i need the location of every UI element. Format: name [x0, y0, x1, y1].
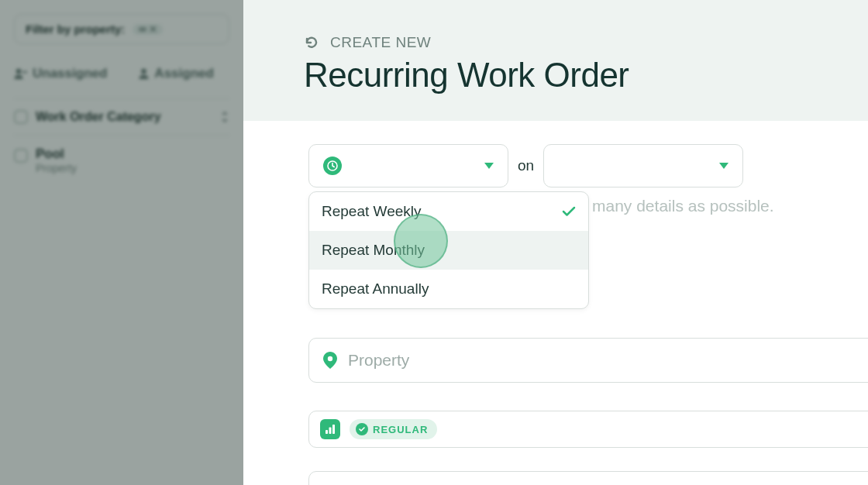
- priority-pill[interactable]: REGULAR: [350, 419, 437, 439]
- sidebar: Filter by property: Unassigned Assigned …: [0, 0, 243, 485]
- chevron-down-icon: [484, 163, 494, 169]
- tab-unassigned-label: Unassigned: [33, 66, 107, 81]
- property-field[interactable]: Property: [308, 338, 868, 383]
- tab-unassigned[interactable]: Unassigned: [14, 66, 107, 81]
- category-checkbox[interactable]: [14, 110, 28, 124]
- svg-point-6: [328, 356, 332, 361]
- dropdown-option-monthly[interactable]: Repeat Monthly: [309, 231, 588, 270]
- svg-point-2: [16, 69, 21, 74]
- list-item[interactable]: Pool Property: [14, 136, 229, 185]
- tab-assigned[interactable]: Assigned: [138, 66, 214, 81]
- panel-header: CREATE NEW Recurring Work Order: [243, 0, 868, 121]
- dropdown-option-annually[interactable]: Repeat Annually: [309, 270, 588, 308]
- svg-rect-8: [329, 428, 332, 435]
- check-icon: [562, 206, 576, 217]
- location-pin-icon: [323, 352, 337, 369]
- details-hint: many details as possible.: [592, 197, 774, 215]
- filter-by-property[interactable]: Filter by property:: [14, 14, 229, 44]
- tab-assigned-label: Assigned: [154, 66, 214, 81]
- user-minus-icon: [14, 67, 28, 80]
- frequency-select[interactable]: Repeat Weekly Repeat Monthly Repeat Annu…: [308, 144, 508, 187]
- on-label: on: [518, 157, 534, 174]
- category-header-row[interactable]: Work Order Category: [14, 98, 229, 136]
- main-panel: CREATE NEW Recurring Work Order Repeat W…: [243, 0, 868, 485]
- property-placeholder: Property: [348, 351, 409, 370]
- category-header-label: Work Order Category: [36, 110, 161, 124]
- next-field[interactable]: [308, 471, 868, 485]
- recurrence-row: Repeat Weekly Repeat Monthly Repeat Annu…: [308, 144, 868, 187]
- chevron-down-icon: [719, 163, 728, 169]
- svg-rect-7: [326, 430, 328, 434]
- create-new-label: CREATE NEW: [330, 34, 431, 51]
- filter-label: Filter by property:: [26, 22, 125, 36]
- dropdown-option-weekly[interactable]: Repeat Weekly: [309, 192, 588, 231]
- priority-icon: [320, 419, 340, 439]
- svg-rect-3: [22, 71, 27, 73]
- day-select[interactable]: [543, 144, 743, 187]
- priority-label: REGULAR: [373, 424, 428, 435]
- undo-icon: [304, 35, 319, 50]
- dropdown-option-label: Repeat Annually: [322, 280, 429, 298]
- filter-pill-clear[interactable]: [133, 24, 163, 35]
- item-title: Pool: [36, 146, 77, 162]
- link-icon: [139, 26, 146, 33]
- form-content: Repeat Weekly Repeat Monthly Repeat Annu…: [243, 121, 868, 485]
- svg-rect-9: [332, 425, 335, 434]
- page-title: Recurring Work Order: [304, 56, 868, 95]
- priority-field[interactable]: REGULAR: [308, 411, 868, 448]
- dropdown-option-label: Repeat Monthly: [322, 242, 425, 259]
- check-circle-icon: [356, 423, 368, 435]
- breadcrumb[interactable]: CREATE NEW: [304, 34, 868, 51]
- item-subtitle: Property: [36, 162, 77, 174]
- item-checkbox[interactable]: [14, 149, 28, 163]
- assignment-tabs: Unassigned Assigned: [14, 66, 229, 98]
- svg-point-4: [142, 69, 146, 74]
- user-icon: [138, 67, 150, 80]
- frequency-dropdown: Repeat Weekly Repeat Monthly Repeat Annu…: [308, 191, 589, 309]
- clock-icon: [323, 157, 342, 175]
- sort-icon[interactable]: [220, 111, 229, 123]
- dropdown-option-label: Repeat Weekly: [322, 203, 422, 220]
- close-icon: [150, 26, 157, 33]
